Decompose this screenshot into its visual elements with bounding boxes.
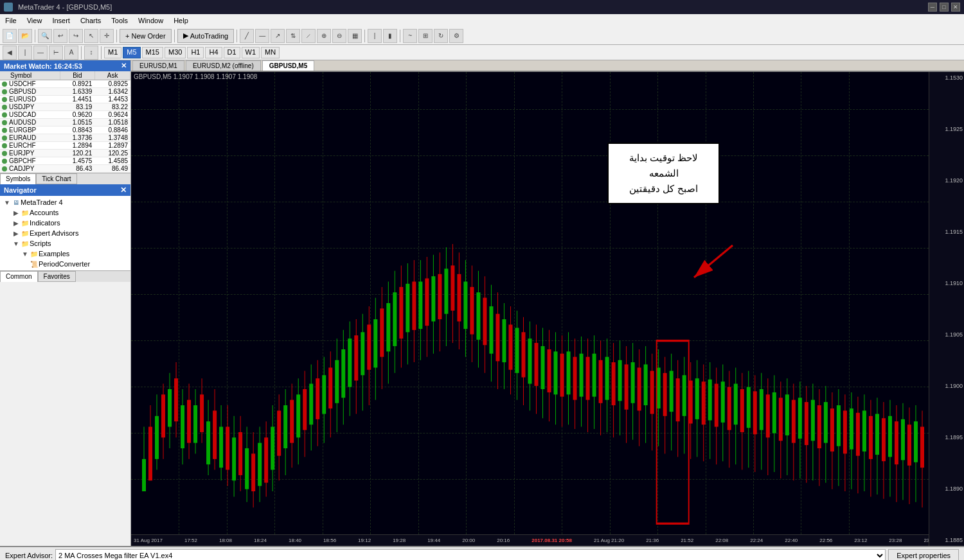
indicators-folder-icon: 📁	[21, 218, 30, 227]
expert-properties-button[interactable]: Expert properties	[888, 549, 959, 560]
menu-file[interactable]: File	[0, 15, 22, 26]
market-watch-row[interactable]: USDCAD 0.9620 0.9624	[0, 111, 130, 119]
chart-icon[interactable]: ▦	[348, 29, 362, 43]
tf-m15[interactable]: M15	[142, 47, 163, 58]
chart-tab-eurusd-m1[interactable]: EURUSD,M1	[132, 60, 184, 71]
zoom-in-icon[interactable]: 🔍	[38, 29, 52, 43]
time-1928: 19:28	[393, 538, 406, 543]
new-chart-icon[interactable]: 📄	[3, 29, 17, 43]
tf-dash-icon[interactable]: —	[33, 46, 48, 60]
close-button[interactable]: ✕	[951, 3, 960, 12]
svg-rect-17	[193, 405, 197, 443]
hline-icon[interactable]: —	[255, 29, 269, 43]
tf-mn[interactable]: MN	[261, 47, 280, 58]
candle-icon[interactable]: ▮	[383, 29, 397, 43]
tf-line-icon[interactable]: |	[18, 46, 32, 60]
nav-indicators[interactable]: ▶ 📁 Indicators	[0, 218, 130, 228]
open-icon[interactable]: 📂	[18, 29, 32, 43]
ea-dropdown[interactable]: 2 MA Crosses Mega filter EA V1.ex4	[55, 549, 886, 560]
cursor-icon[interactable]: ↖	[84, 29, 98, 43]
tf-m30[interactable]: M30	[165, 47, 186, 58]
chart-tab-gbpusd-m5[interactable]: GBPUSD,M5	[262, 60, 314, 71]
market-watch-row[interactable]: GBPUSD 1.6339 1.6342	[0, 88, 130, 96]
chart-tab-eurusd-m2[interactable]: EURUSD,M2 (offline)	[186, 60, 261, 71]
tf-text-icon[interactable]: A	[64, 46, 78, 60]
market-watch-row[interactable]: USDCHF 0.8921 0.8925	[0, 80, 130, 88]
tf-ruler-icon[interactable]: ⊢	[49, 46, 63, 60]
tf-prev-icon[interactable]: ◀	[3, 46, 17, 60]
mw-tab-tick[interactable]: Tick Chart	[36, 173, 76, 184]
autotrading-button[interactable]: ▶ AutoTrading	[177, 29, 235, 43]
tf-d1[interactable]: D1	[224, 47, 240, 58]
market-watch-row[interactable]: EURCHF 1.2894 1.2897	[0, 142, 130, 150]
minimize-button[interactable]: ─	[928, 3, 937, 12]
market-watch-row[interactable]: EURJPY 120.21 120.25	[0, 150, 130, 157]
menu-view[interactable]: View	[22, 15, 48, 26]
trend-icon[interactable]: ↗	[271, 29, 285, 43]
tf-h4[interactable]: H4	[205, 47, 222, 58]
market-watch-row[interactable]: CADJPY 86.43 86.49	[0, 165, 130, 173]
market-watch-row[interactable]: EURUSD 1.4451 1.4453	[0, 96, 130, 103]
tf-m1[interactable]: M1	[104, 47, 121, 58]
row-ask: 1.6342	[94, 88, 130, 95]
status-dot	[2, 112, 7, 118]
template-icon[interactable]: ⊞	[418, 29, 433, 43]
fibo-icon[interactable]: ⟋	[301, 29, 316, 43]
crosshair-icon[interactable]: ✛	[100, 29, 114, 43]
menu-window[interactable]: Window	[133, 15, 168, 26]
chart-canvas[interactable]: GBPUSD,M5 1.1907 1.1908 1.1907 1.1908	[131, 72, 964, 546]
row-bid: 0.8921	[59, 80, 95, 87]
svg-rect-67	[354, 335, 358, 380]
restore-button[interactable]: □	[940, 3, 949, 12]
row-ask: 0.8846	[94, 127, 130, 134]
nav-period-converter[interactable]: 📜 PeriodConverter	[0, 259, 130, 269]
navigator-close[interactable]: ✕	[120, 186, 127, 195]
market-watch-close[interactable]: ✕	[121, 62, 127, 70]
tf-h1[interactable]: H1	[187, 47, 204, 58]
menu-tools[interactable]: Tools	[106, 15, 133, 26]
expand-indicators-icon: ▶	[12, 218, 21, 227]
settings-icon[interactable]: ⚙	[449, 29, 463, 43]
svg-rect-221	[850, 408, 853, 450]
market-watch-row[interactable]: GBPCHF 1.4575 1.4585	[0, 157, 130, 165]
svg-rect-75	[380, 308, 384, 356]
tab-favorites[interactable]: Favorites	[38, 271, 76, 282]
line-icon[interactable]: ╱	[240, 29, 254, 43]
nav-accounts[interactable]: ▶ 📁 Accounts	[0, 207, 130, 218]
computer-icon: 🖥	[12, 198, 21, 207]
menu-help[interactable]: Help	[168, 15, 193, 26]
channel-icon[interactable]: ⇅	[286, 29, 300, 43]
nav-scripts[interactable]: ▼ 📁 Scripts	[0, 238, 130, 249]
tf-m5[interactable]: M5	[123, 47, 140, 58]
redo-icon[interactable]: ↪	[69, 29, 83, 43]
nav-expert-advisors[interactable]: ▶ 📁 Expert Advisors	[0, 228, 130, 238]
svg-rect-219	[843, 410, 847, 453]
tf-arrow-icon[interactable]: ↕	[84, 46, 98, 60]
refresh-icon[interactable]: ↻	[434, 29, 448, 43]
market-watch-row[interactable]: USDJPY 83.19 83.22	[0, 103, 130, 111]
market-watch-row[interactable]: AUDUSD 1.0515 1.0518	[0, 119, 130, 127]
svg-rect-69	[361, 332, 364, 375]
svg-rect-45	[283, 405, 287, 448]
market-watch-row[interactable]: EURGBP 0.8843 0.8846	[0, 127, 130, 134]
zoom-plus-icon[interactable]: ⊕	[317, 29, 331, 43]
market-watch-row[interactable]: EURAUD 1.3736 1.3748	[0, 134, 130, 142]
status-dot	[2, 143, 7, 148]
row-symbol: USDJPY	[9, 103, 59, 110]
time-1912: 19:12	[358, 538, 371, 543]
chart-header: GBPUSD,M5 1.1907 1.1908 1.1907 1.1908	[134, 73, 257, 80]
menu-insert[interactable]: Insert	[47, 15, 75, 26]
indicators-icon[interactable]: ~	[403, 29, 417, 43]
svg-rect-115	[508, 324, 512, 369]
svg-rect-165	[670, 371, 674, 412]
new-order-button[interactable]: + New Order	[120, 29, 172, 43]
tab-common[interactable]: Common	[0, 271, 38, 282]
nav-examples[interactable]: ▼ 📁 Examples	[0, 249, 130, 259]
mw-tab-symbols[interactable]: Symbols	[0, 173, 36, 184]
zoom-minus-icon[interactable]: ⊖	[332, 29, 346, 43]
tf-w1[interactable]: W1	[242, 47, 260, 58]
bar-icon[interactable]: |	[368, 29, 382, 43]
undo-icon[interactable]: ↩	[53, 29, 67, 43]
menu-charts[interactable]: Charts	[75, 15, 106, 26]
nav-metatrader4[interactable]: ▼ 🖥 MetaTrader 4	[0, 197, 130, 207]
